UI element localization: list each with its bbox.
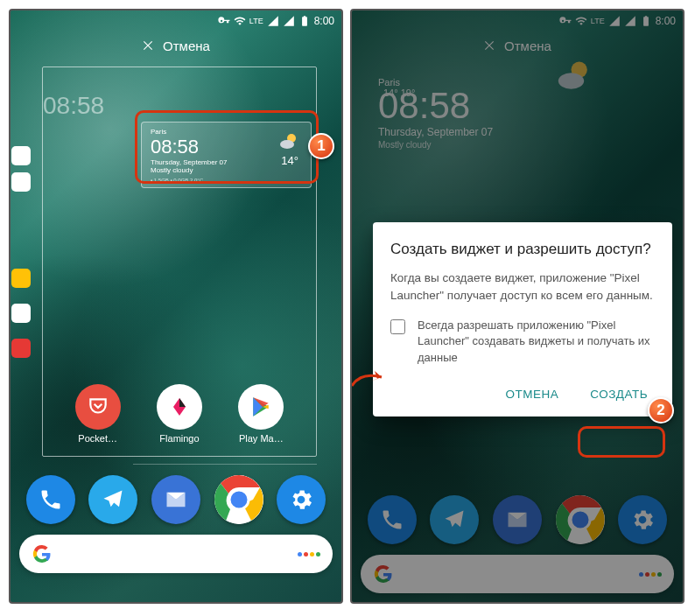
dialog-create-button[interactable]: СОЗДАТЬ	[583, 382, 655, 406]
flamingo-icon	[169, 396, 190, 417]
lte-label: LTE	[249, 17, 263, 25]
gear-icon	[288, 486, 314, 513]
search-bar[interactable]	[19, 535, 333, 573]
signal-icon-2	[283, 15, 295, 27]
dock-inbox[interactable]	[151, 475, 200, 524]
play-icon	[249, 396, 272, 418]
callout-1: 1	[308, 133, 334, 159]
app-row: Pocket… Flamingo Play Ma…	[46, 384, 312, 444]
app-pocket[interactable]: Pocket…	[67, 384, 129, 444]
google-logo	[32, 543, 53, 564]
assistant-icon[interactable]	[298, 552, 320, 556]
status-time: 8:00	[314, 15, 334, 27]
signal-icon	[267, 15, 279, 27]
app-label: Flamingo	[159, 433, 199, 444]
dock-telegram[interactable]	[88, 475, 137, 524]
cancel-bar[interactable]: Отмена	[11, 32, 341, 60]
dock	[11, 465, 341, 535]
inbox-icon	[164, 487, 188, 512]
callout-2: 2	[648, 397, 674, 424]
app-play[interactable]: Play Ma…	[230, 384, 291, 444]
phone-screenshot-left: LTE 8:00 Отмена 08:58 Paris	[9, 9, 343, 604]
dock-settings[interactable]	[277, 475, 326, 524]
phone-screenshot-right: LTE 8:00 Отмена Paris 08:58 Thursday, Se…	[350, 9, 684, 604]
telegram-icon	[101, 487, 125, 512]
app-flamingo[interactable]: Flamingo	[149, 384, 210, 444]
dialog-cancel-button[interactable]: ОТМЕНА	[498, 382, 565, 406]
side-apps-ghost	[11, 146, 31, 192]
app-label: Pocket…	[78, 433, 117, 444]
callout-2-border	[578, 426, 665, 458]
phone-icon	[39, 487, 63, 512]
callout-1-border	[135, 110, 319, 184]
wifi-icon	[234, 15, 246, 27]
cancel-label: Отмена	[163, 38, 210, 53]
side-apps-ghost-2	[11, 269, 31, 358]
dialog-checkbox[interactable]	[390, 319, 405, 334]
dialog-title: Создать виджет и разрешить доступ?	[390, 240, 655, 259]
arrow-annotation	[350, 365, 389, 391]
pocket-icon	[87, 396, 109, 418]
dock-phone[interactable]	[26, 475, 75, 524]
widget-ghost: 08:58	[43, 92, 95, 120]
dialog-body: Когда вы создаете виджет, приложение "Pi…	[390, 270, 655, 305]
key-icon	[218, 15, 230, 27]
chrome-icon	[214, 475, 263, 524]
close-icon	[142, 39, 154, 52]
dock-chrome[interactable]	[214, 475, 263, 524]
dialog-checkbox-label: Всегда разрешать приложению "Pixel Launc…	[418, 318, 655, 368]
battery-icon	[298, 15, 311, 27]
app-label: Play Ma…	[239, 433, 284, 444]
status-bar: LTE 8:00	[11, 10, 341, 32]
widget-permission-dialog: Создать виджет и разрешить доступ? Когда…	[373, 222, 672, 416]
